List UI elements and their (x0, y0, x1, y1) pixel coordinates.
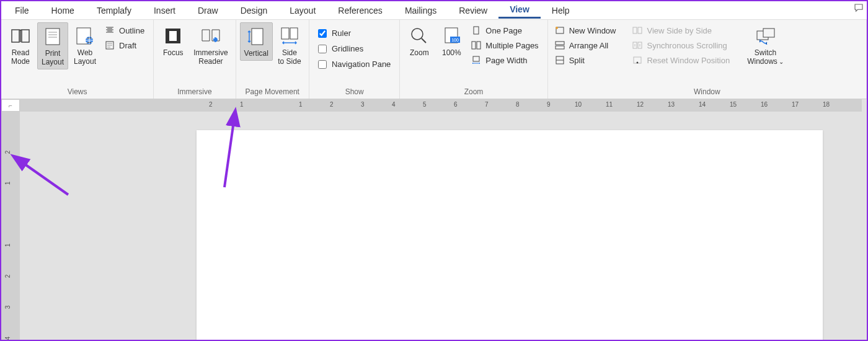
group-immersive: Focus ImmersiveReader Immersive (154, 20, 236, 99)
outline-button[interactable]: Outline (102, 24, 149, 37)
print-layout-button[interactable]: PrintLayout (37, 22, 68, 69)
hruler-numbers: 2 1 1 2 3 4 5 6 7 8 9 10 11 12 13 14 15 … (20, 99, 862, 112)
new-window-button[interactable]: New Window (552, 24, 621, 37)
svg-rect-22 (638, 27, 642, 33)
one-page-label: One Page (485, 26, 522, 35)
menu-draw[interactable]: Draw (187, 3, 229, 18)
workspace: ⌐ 2 1 1 2 3 4 2 1 1 2 3 4 5 6 7 8 9 10 1… (1, 99, 867, 340)
sync-scroll-label: Synchronous Scrolling (647, 41, 727, 50)
menu-design[interactable]: Design (229, 3, 279, 18)
svg-rect-15 (477, 42, 480, 49)
split-label: Split (569, 56, 585, 65)
ribbon: ReadMode PrintLayout WebLayout Outline (1, 20, 867, 99)
menu-home[interactable]: Home (40, 3, 86, 18)
switch-windows-button[interactable]: SwitchWindows⌄ (743, 22, 787, 69)
print-layout-label: PrintLayout (42, 49, 64, 66)
zoom-label: Zoom (410, 48, 429, 57)
sync-scroll-icon (632, 40, 643, 50)
zoom-100-button[interactable]: 100 100% (436, 22, 467, 60)
navpane-checkbox-input[interactable] (318, 60, 327, 69)
svg-rect-14 (472, 42, 476, 49)
zoom-100-icon: 100 (441, 25, 461, 47)
menu-file[interactable]: File (4, 3, 40, 18)
group-window: New Window Arrange All Split View Side b… (548, 20, 867, 99)
group-immersive-label: Immersive (157, 86, 231, 97)
vertical-label: Vertical (244, 49, 268, 58)
immersive-reader-button[interactable]: ImmersiveReader (190, 22, 231, 68)
menu-mailings[interactable]: Mailings (394, 3, 448, 18)
vertical-icon (247, 25, 265, 48)
group-zoom-label: Zoom (404, 86, 543, 97)
page-width-icon (471, 55, 482, 65)
menu-layout[interactable]: Layout (278, 3, 327, 18)
gridlines-checkbox-input[interactable] (318, 45, 327, 53)
document-page[interactable] (197, 130, 823, 341)
navpane-checkbox[interactable]: Navigation Pane (313, 57, 396, 71)
group-views: ReadMode PrintLayout WebLayout Outline (1, 20, 154, 99)
group-show: Ruler Gridlines Navigation Pane Show (309, 20, 400, 99)
reset-position-icon (632, 55, 643, 65)
svg-point-9 (412, 29, 423, 40)
draft-label: Draft (119, 41, 136, 50)
vertical-button[interactable]: Vertical (240, 22, 273, 61)
web-layout-icon (76, 25, 94, 47)
side-by-side-button: View Side by Side (629, 24, 735, 37)
gridlines-label: Gridlines (332, 44, 363, 53)
multiple-pages-icon (471, 40, 482, 50)
focus-button[interactable]: Focus (157, 22, 188, 60)
zoom-100-label: 100% (442, 48, 461, 57)
gridlines-checkbox[interactable]: Gridlines (313, 42, 396, 56)
draft-button[interactable]: Draft (102, 38, 149, 52)
ruler-checkbox[interactable]: Ruler (313, 26, 396, 40)
side-by-side-icon (632, 25, 643, 35)
page-width-button[interactable]: Page Width (468, 53, 543, 67)
group-views-label: Views (5, 86, 149, 97)
zoom-button[interactable]: Zoom (404, 22, 435, 60)
svg-rect-8 (290, 28, 298, 39)
page-width-label: Page Width (485, 56, 527, 65)
vertical-ruler[interactable]: ⌐ 2 1 1 2 3 4 (1, 99, 20, 340)
read-mode-icon (11, 25, 30, 47)
comments-icon[interactable] (853, 2, 864, 14)
menu-references[interactable]: References (327, 3, 394, 18)
menu-review[interactable]: Review (448, 3, 498, 18)
svg-rect-27 (763, 29, 774, 37)
svg-rect-5 (169, 31, 177, 41)
arrange-all-button[interactable]: Arrange All (552, 38, 621, 52)
menu-view[interactable]: View (498, 2, 541, 19)
read-mode-label: ReadMode (11, 48, 30, 66)
one-page-button[interactable]: One Page (468, 24, 543, 37)
ruler-corner[interactable]: ⌐ (1, 99, 20, 112)
menu-templafy[interactable]: Templafy (86, 3, 143, 18)
svg-rect-6 (252, 29, 263, 45)
svg-rect-21 (633, 27, 637, 33)
immersive-reader-icon (201, 25, 221, 47)
read-mode-button[interactable]: ReadMode (5, 22, 36, 68)
web-layout-button[interactable]: WebLayout (69, 22, 100, 68)
focus-icon (164, 25, 182, 47)
switch-windows-icon (756, 25, 776, 47)
new-window-icon (554, 25, 565, 35)
sync-scroll-button: Synchronous Scrolling (629, 38, 735, 52)
web-layout-label: WebLayout (74, 48, 96, 66)
navpane-label: Navigation Pane (332, 60, 391, 69)
svg-rect-13 (474, 27, 479, 34)
svg-rect-16 (473, 56, 479, 61)
outline-icon (104, 25, 115, 35)
multiple-pages-button[interactable]: Multiple Pages (468, 38, 543, 52)
draft-icon (104, 40, 115, 50)
horizontal-ruler[interactable]: 2 1 1 2 3 4 5 6 7 8 9 10 11 12 13 14 15 … (20, 99, 862, 112)
reset-position-button: Reset Window Position (629, 53, 735, 67)
immersive-reader-label: ImmersiveReader (193, 48, 228, 66)
svg-rect-0 (46, 29, 60, 45)
focus-label: Focus (163, 48, 184, 57)
side-to-side-button[interactable]: Sideto Side (274, 22, 305, 68)
svg-text:100: 100 (452, 38, 459, 42)
ruler-checkbox-input[interactable] (318, 29, 327, 38)
arrange-all-icon (554, 40, 565, 50)
split-button[interactable]: Split (552, 53, 621, 67)
split-icon (554, 55, 565, 65)
menu-insert[interactable]: Insert (143, 3, 187, 18)
menu-help[interactable]: Help (541, 3, 581, 18)
group-show-label: Show (313, 86, 396, 97)
